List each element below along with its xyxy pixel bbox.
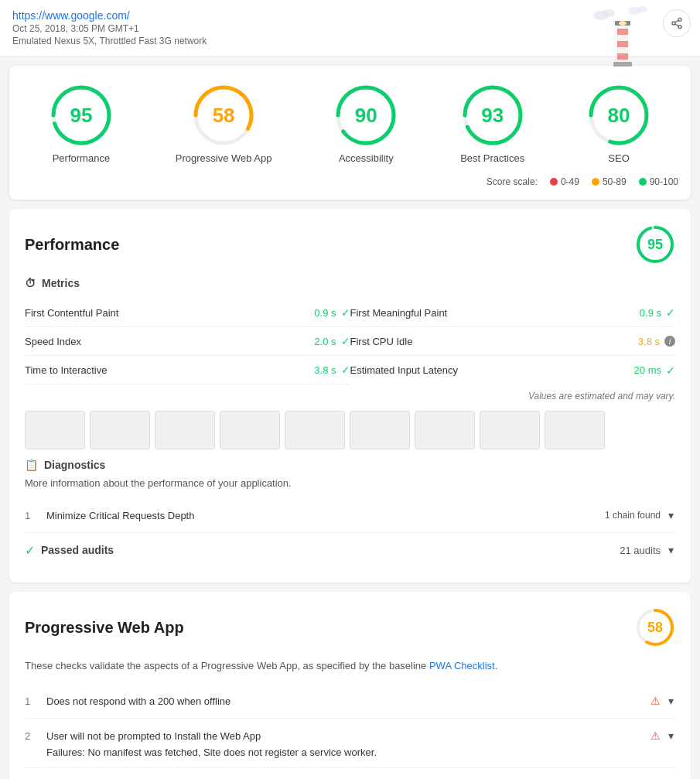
pwa-expand-button[interactable]: ▾	[667, 728, 675, 743]
svg-point-13	[678, 26, 681, 29]
audit-item-left: 1 Minimize Critical Requests Depth	[25, 510, 194, 521]
share-button[interactable]	[663, 9, 691, 37]
score-circle-accessibility: 90	[335, 84, 397, 146]
passed-count: 21 audits	[620, 545, 661, 556]
metric-row-0: First Contentful Paint 0.9 s ✓	[25, 299, 350, 327]
metric-name-3: First CPU Idle	[350, 336, 413, 347]
scale-range-label: 50-89	[603, 176, 627, 187]
metrics-grid: First Contentful Paint 0.9 s ✓ First Mea…	[25, 299, 675, 384]
score-label-performance: Performance	[53, 152, 110, 164]
metric-row-2: Speed Index 2.0 s ✓	[25, 327, 350, 356]
page-url[interactable]: https://www.google.com/	[12, 9, 130, 22]
pwa-item-1: 2 User will not be prompted to Install t…	[25, 719, 675, 768]
pwa-checklist-link[interactable]: PWA Checklist	[429, 660, 495, 671]
svg-point-12	[672, 22, 675, 25]
scale-dot	[550, 178, 558, 186]
top-right-icons	[601, 9, 691, 37]
svg-rect-7	[617, 53, 628, 60]
warning-icon: ⚠	[650, 695, 661, 707]
pwa-audit-left: 1 Does not respond with a 200 when offli…	[25, 695, 230, 707]
pwa-score-circle: 58	[635, 607, 675, 647]
svg-line-15	[675, 20, 679, 22]
metric-row-1: First Meaningful Paint 0.9 s ✓	[350, 299, 676, 327]
check-icon: ✓	[666, 364, 675, 377]
scores-row: 95 Performance 58 Progressive Web App 90…	[22, 84, 678, 164]
score-circle-pwa: 58	[193, 84, 254, 146]
passed-left: ✓ Passed audits	[25, 543, 114, 558]
metric-name-0: First Contentful Paint	[25, 307, 118, 319]
section-header: Performance 95	[25, 224, 675, 265]
filmstrip-frame-7	[480, 411, 540, 449]
check-icon: ✓	[341, 335, 350, 347]
svg-line-14	[675, 24, 679, 26]
diagnostics-desc: More information about the performance o…	[25, 477, 675, 489]
metric-name-4: Time to Interactive	[25, 364, 107, 376]
metric-value-2: 2.0 s ✓	[314, 335, 350, 347]
pwa-desc-after: .	[495, 660, 498, 671]
pwa-items: 1 Does not respond with a 200 when offli…	[25, 684, 675, 779]
pwa-score-value: 58	[647, 620, 663, 636]
svg-point-3	[637, 6, 647, 12]
metric-row-4: Time to Interactive 3.8 s ✓	[25, 356, 350, 384]
score-label-pwa: Progressive Web App	[176, 152, 272, 164]
passed-audits-row: ✓ Passed audits 21 audits ▾	[25, 533, 675, 567]
pwa-section-header: Progressive Web App 58	[25, 607, 675, 647]
url-info: https://www.google.com/ Oct 25, 2018, 3:…	[12, 9, 207, 46]
audit-right: 1 chain found ▾	[605, 507, 675, 523]
date-meta: Oct 25, 2018, 3:05 PM GMT+1	[12, 23, 207, 34]
passed-right: 21 audits ▾	[620, 542, 675, 558]
filmstrip-frame-1	[90, 411, 150, 449]
metric-value-4: 3.8 s ✓	[314, 364, 350, 376]
passed-audits-toggle[interactable]: ▾	[667, 542, 675, 558]
score-value-best-practices: 93	[481, 104, 504, 128]
diagnostics-header: 📋 Diagnostics	[25, 459, 675, 471]
filmstrip-frame-6	[415, 411, 475, 449]
score-circle-performance: 95	[50, 84, 112, 146]
info-icon: i	[664, 336, 675, 347]
metric-name-5: Estimated Input Latency	[350, 364, 458, 376]
pwa-audit-num: 2	[25, 730, 37, 742]
score-card-pwa: 58 Progressive Web App	[176, 84, 272, 164]
metric-value-1: 0.9 s ✓	[640, 306, 675, 319]
audit-expand-button[interactable]: ▾	[667, 507, 675, 523]
pwa-expand-button[interactable]: ▾	[667, 693, 675, 709]
audit-name: Minimize Critical Requests Depth	[46, 510, 194, 521]
score-label-best-practices: Best Practices	[460, 152, 524, 164]
svg-rect-5	[617, 29, 628, 35]
metric-value-5: 20 ms ✓	[634, 364, 675, 377]
metric-value-3: 3.8 s i	[638, 336, 675, 347]
filmstrip-frame-2	[155, 411, 215, 449]
pwa-desc-before: These checks validate the aspects of a P…	[25, 660, 429, 671]
pwa-item-0: 1 Does not respond with a 200 when offli…	[25, 684, 675, 719]
lighthouse-illustration	[592, 2, 654, 79]
scale-item-50-89: 50-89	[592, 176, 627, 187]
score-value-accessibility: 90	[355, 104, 377, 128]
metric-row-5: Estimated Input Latency 20 ms ✓	[350, 356, 676, 384]
metric-name-2: Speed Index	[25, 336, 81, 347]
scale-range-label: 0-49	[561, 176, 579, 187]
pwa-audit-num: 1	[25, 695, 37, 707]
audit-num: 1	[25, 510, 37, 521]
diagnostics-label: Diagnostics	[44, 459, 105, 471]
pwa-section: Progressive Web App 58 These checks vali…	[9, 592, 691, 779]
svg-point-1	[603, 9, 615, 17]
metrics-header: ⏱ Metrics	[25, 277, 675, 289]
score-label-accessibility: Accessibility	[339, 152, 394, 164]
diagnostics-icon: 📋	[25, 459, 38, 471]
svg-rect-10	[613, 62, 632, 67]
score-circle-seo: 80	[588, 84, 650, 146]
metric-row-3: First CPU Idle 3.8 s i	[350, 327, 676, 356]
pwa-failure-msg-1: Failures: No manifest was fetched, Site …	[25, 747, 675, 758]
scale-label: Score scale:	[487, 176, 538, 187]
passed-check-icon: ✓	[25, 543, 35, 558]
score-label-seo: SEO	[608, 152, 629, 164]
diagnostic-item-0: 1 Minimize Critical Requests Depth 1 cha…	[25, 498, 675, 533]
pwa-item-top-0: 1 Does not respond with a 200 when offli…	[25, 693, 675, 709]
score-value-seo: 80	[608, 104, 630, 128]
score-value-pwa: 58	[213, 104, 235, 128]
scale-item-0-49: 0-49	[550, 176, 579, 187]
diagnostics-items: 1 Minimize Critical Requests Depth 1 cha…	[25, 498, 675, 533]
scores-container: 95 Performance 58 Progressive Web App 90…	[9, 66, 691, 200]
score-card-accessibility: 90 Accessibility	[335, 84, 397, 164]
performance-score-circle: 95	[635, 224, 675, 265]
